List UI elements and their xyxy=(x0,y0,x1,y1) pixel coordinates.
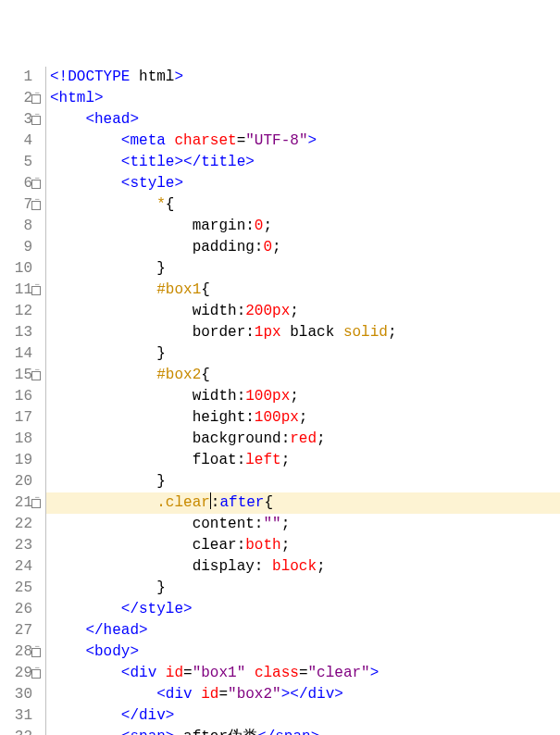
line-number[interactable]: 17 xyxy=(0,407,42,429)
line-number[interactable]: 15 xyxy=(0,365,42,386)
code-editor[interactable]: 1234567891011121314151617181920212223242… xyxy=(0,67,560,735)
code-line[interactable]: <!DOCTYPE html> xyxy=(46,67,560,88)
code-line[interactable]: <div id="box2"></div> xyxy=(46,684,560,705)
code-token: div xyxy=(307,686,334,703)
code-line[interactable]: *{ xyxy=(46,194,560,216)
code-line[interactable]: } xyxy=(46,343,560,365)
code-token: { xyxy=(166,196,175,213)
line-number[interactable]: 9 xyxy=(0,237,42,258)
code-token: ; xyxy=(388,324,397,341)
code-line[interactable]: border:1px black solid; xyxy=(46,322,560,343)
code-token: "clear" xyxy=(308,665,370,681)
code-token: : xyxy=(255,558,272,575)
line-number[interactable]: 21 xyxy=(0,492,42,514)
code-token: div xyxy=(130,665,156,681)
line-number[interactable]: 4 xyxy=(0,131,42,152)
code-line[interactable]: content:""; xyxy=(46,514,560,535)
line-number[interactable]: 12 xyxy=(0,301,42,322)
line-number[interactable]: 28 xyxy=(0,642,42,663)
code-token: : xyxy=(237,303,246,319)
code-line[interactable]: } xyxy=(46,471,560,492)
code-line[interactable]: <head> xyxy=(46,109,560,131)
code-line[interactable]: <body> xyxy=(46,642,560,663)
line-number[interactable]: 10 xyxy=(0,258,42,280)
code-line[interactable]: padding:0; xyxy=(46,237,560,258)
line-number-gutter[interactable]: 1234567891011121314151617181920212223242… xyxy=(0,67,46,735)
line-number[interactable]: 31 xyxy=(0,705,42,727)
line-number[interactable]: 25 xyxy=(0,578,42,599)
line-number[interactable]: 32 xyxy=(0,727,42,735)
code-line[interactable]: .clear:after{ xyxy=(46,492,560,514)
line-number[interactable]: 27 xyxy=(0,620,42,642)
code-line[interactable]: <meta charset="UTF-8"> xyxy=(46,131,560,152)
code-token: > xyxy=(166,729,175,735)
code-token: > xyxy=(245,154,255,170)
code-line[interactable]: background:red; xyxy=(46,429,560,450)
code-line[interactable]: <span> after伪类</span> xyxy=(46,727,560,735)
line-number[interactable]: 29 xyxy=(0,663,42,684)
code-line[interactable]: <html> xyxy=(46,88,560,109)
code-token: < xyxy=(85,111,94,128)
code-line[interactable]: float:left; xyxy=(46,450,560,471)
code-line[interactable]: <title></title> xyxy=(46,152,560,173)
code-line[interactable]: } xyxy=(46,258,560,280)
code-line[interactable]: #box1{ xyxy=(46,280,560,301)
code-line[interactable]: <style> xyxy=(46,173,560,194)
code-line[interactable]: } xyxy=(46,578,560,599)
line-number[interactable]: 8 xyxy=(0,216,42,237)
code-token: 1px xyxy=(255,324,281,341)
code-token: } xyxy=(156,473,166,490)
line-number[interactable]: 22 xyxy=(0,514,42,535)
code-token: "box2" xyxy=(228,686,281,703)
code-token: black xyxy=(281,324,343,341)
line-number[interactable]: 19 xyxy=(0,450,42,471)
code-token: #box2 xyxy=(156,367,201,383)
line-number[interactable]: 13 xyxy=(0,322,42,343)
line-number[interactable]: 23 xyxy=(0,535,42,556)
code-token: > xyxy=(166,707,175,724)
code-token: > xyxy=(130,643,139,660)
code-token: </ xyxy=(121,601,139,617)
code-token: display xyxy=(193,558,255,575)
line-number[interactable]: 7 xyxy=(0,194,42,216)
code-token: < xyxy=(85,643,94,660)
code-token: : xyxy=(237,452,246,468)
code-line[interactable]: </div> xyxy=(46,705,560,727)
code-token: </ xyxy=(85,622,103,639)
code-token: height xyxy=(193,409,246,426)
line-number[interactable]: 5 xyxy=(0,152,42,173)
line-number[interactable]: 16 xyxy=(0,386,42,407)
code-token: solid xyxy=(343,324,388,341)
code-token: title xyxy=(130,154,174,170)
code-token: { xyxy=(264,494,273,511)
code-line[interactable]: display: block; xyxy=(46,556,560,578)
line-number[interactable]: 26 xyxy=(0,599,42,620)
code-line[interactable]: width:200px; xyxy=(46,301,560,322)
code-area[interactable]: <!DOCTYPE html><html> <head> <meta chars… xyxy=(46,67,560,735)
code-line[interactable]: width:100px; xyxy=(46,386,560,407)
code-line[interactable]: <div id="box1" class="clear"> xyxy=(46,663,560,684)
line-number[interactable]: 14 xyxy=(0,343,42,365)
line-number[interactable]: 24 xyxy=(0,556,42,578)
code-token: > xyxy=(174,175,183,192)
code-line[interactable]: margin:0; xyxy=(46,216,560,237)
code-line[interactable]: clear:both; xyxy=(46,535,560,556)
line-number[interactable]: 18 xyxy=(0,429,42,450)
code-line[interactable]: #box2{ xyxy=(46,365,560,386)
line-number[interactable]: 6 xyxy=(0,173,42,194)
code-token: > xyxy=(139,622,148,639)
code-token: : xyxy=(281,430,291,447)
code-line[interactable]: height:100px; xyxy=(46,407,560,429)
code-line[interactable]: </style> xyxy=(46,599,560,620)
line-number[interactable]: 2 xyxy=(0,88,42,109)
line-number[interactable]: 11 xyxy=(0,280,42,301)
code-token: block xyxy=(272,558,317,575)
code-token: < xyxy=(156,686,166,703)
code-line[interactable]: </head> xyxy=(46,620,560,642)
code-token: </ xyxy=(257,729,275,735)
code-token: ; xyxy=(263,218,272,234)
line-number[interactable]: 1 xyxy=(0,67,42,88)
line-number[interactable]: 3 xyxy=(0,109,42,131)
line-number[interactable]: 30 xyxy=(0,684,42,705)
line-number[interactable]: 20 xyxy=(0,471,42,492)
